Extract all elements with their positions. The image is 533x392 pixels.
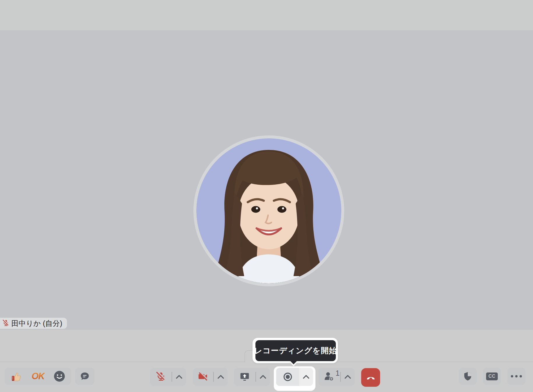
record-button-highlight bbox=[274, 366, 315, 391]
camera-options-chevron[interactable] bbox=[214, 368, 228, 386]
share-options-chevron[interactable] bbox=[256, 368, 270, 386]
more-options-icon bbox=[511, 375, 513, 377]
control-bar-divider-left bbox=[0, 362, 245, 362]
chat-button[interactable] bbox=[75, 368, 94, 385]
captions-button[interactable]: CC bbox=[483, 368, 501, 385]
mic-options-chevron[interactable] bbox=[172, 368, 186, 386]
participant-name-text: 田中りか (自分) bbox=[11, 319, 62, 328]
meeting-window: 田中りか (自分) OK bbox=[0, 0, 533, 392]
chevron-up-icon bbox=[176, 374, 183, 379]
cc-label: CC bbox=[488, 374, 495, 379]
mic-button[interactable] bbox=[150, 368, 186, 386]
add-participant-icon[interactable]: 1 bbox=[318, 368, 340, 386]
camera-button[interactable] bbox=[193, 368, 228, 386]
cc-icon: CC bbox=[486, 372, 498, 380]
avatar bbox=[193, 135, 344, 286]
reactions-group: OK bbox=[5, 368, 71, 385]
participants-options-chevron[interactable] bbox=[341, 368, 355, 386]
ok-emoji[interactable]: OK bbox=[31, 371, 45, 382]
tooltip-text: レコーディングを開始 bbox=[254, 345, 337, 356]
participant-name-label: 田中りか (自分) bbox=[0, 318, 67, 329]
hang-up-phone-icon bbox=[365, 372, 377, 383]
record-tooltip: レコーディングを開始 bbox=[255, 340, 336, 361]
woman-portrait-icon bbox=[196, 138, 341, 283]
chevron-up-icon bbox=[217, 374, 224, 379]
video-stage: 田中りか (自分) bbox=[0, 30, 533, 330]
record-icon[interactable] bbox=[276, 368, 299, 386]
chevron-up-icon bbox=[260, 374, 266, 379]
security-button[interactable] bbox=[459, 368, 477, 385]
more-options-icon bbox=[520, 375, 522, 377]
record-button[interactable] bbox=[276, 368, 313, 386]
participants-button[interactable]: 1 bbox=[318, 368, 355, 386]
chat-bubble-icon bbox=[80, 371, 90, 382]
chevron-up-icon bbox=[303, 374, 310, 379]
thumbs-up-emoji-icon[interactable] bbox=[10, 370, 22, 382]
mic-muted-icon[interactable] bbox=[150, 368, 172, 386]
control-bar: OK bbox=[0, 330, 533, 392]
top-strip bbox=[0, 0, 533, 30]
camera-off-icon[interactable] bbox=[193, 368, 213, 386]
security-shield-icon bbox=[463, 371, 473, 382]
smiley-face-icon[interactable] bbox=[54, 370, 65, 382]
more-options-button[interactable] bbox=[507, 368, 525, 385]
hang-up-button[interactable] bbox=[361, 368, 380, 387]
more-options-icon bbox=[515, 375, 518, 377]
share-screen-button[interactable] bbox=[234, 368, 270, 386]
share-screen-icon[interactable] bbox=[234, 368, 255, 386]
control-bar-divider-right bbox=[335, 362, 533, 362]
chevron-up-icon bbox=[344, 374, 351, 379]
record-options-chevron[interactable] bbox=[299, 368, 313, 386]
participants-count-badge: 1 bbox=[336, 369, 340, 377]
muted-mic-icon bbox=[2, 319, 10, 327]
